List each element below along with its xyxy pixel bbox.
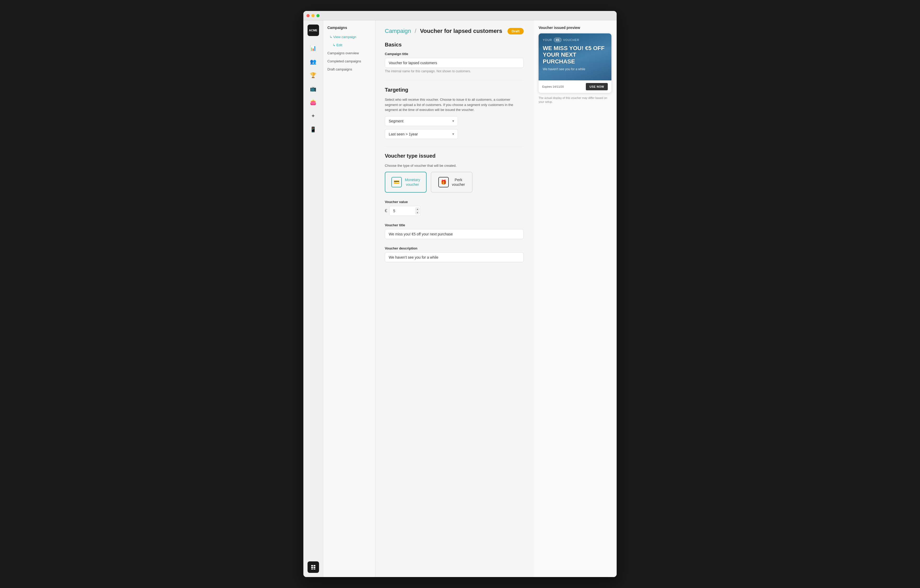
svg-rect-0	[311, 565, 313, 566]
campaign-title-input[interactable]	[385, 58, 524, 68]
filter-select[interactable]: Last seen > 1year Last seen > 6months La…	[385, 129, 458, 139]
icon-sidebar: ACME 📊 👥 🏆 📺 👛 ✦ 📱	[303, 20, 323, 577]
trophy-nav-icon[interactable]: 🏆	[308, 69, 319, 81]
voucher-value-spinners: ▲ ▼	[415, 207, 420, 214]
voucher-value-row: € ▲ ▼	[385, 206, 524, 216]
voucher-main-text: WE MISS YOU! €5 OFF YOUR NEXT PURCHASE	[543, 45, 607, 65]
tv-nav-icon[interactable]: 📺	[308, 83, 319, 94]
voucher-type-section: Voucher type issued Choose the type of v…	[385, 153, 524, 193]
basics-section: Basics Campaign title The internal name …	[385, 42, 524, 73]
title-bar	[303, 11, 617, 20]
voucher-preview-top: YOUR €5 VOUCHER WE MISS YOU! €5 OFF YOUR…	[539, 33, 611, 81]
voucher-description-input[interactable]	[385, 252, 524, 262]
sidebar-item-view-campaign[interactable]: ↳ View campaign	[323, 33, 375, 41]
breadcrumb-current: Voucher for lapsed customers	[420, 27, 502, 34]
voucher-type-options: 💳 Monetaryvoucher 🎁 Perkvoucher	[385, 172, 524, 192]
voucher-sub-text: We haven't see you for a while	[543, 67, 607, 71]
analytics-nav-icon[interactable]: 📊	[308, 42, 319, 54]
grid-nav-icon[interactable]	[308, 561, 319, 573]
svg-rect-4	[311, 569, 313, 569]
campaign-title-hint: The internal name for this campaign. Not…	[385, 69, 524, 73]
svg-rect-2	[311, 567, 313, 568]
breadcrumb-link[interactable]: Campaign	[385, 27, 411, 34]
campaign-title-label: Campaign title	[385, 52, 524, 56]
mobile-nav-icon[interactable]: 📱	[308, 124, 319, 135]
content-area: Campaign / Voucher for lapsed customers …	[376, 20, 617, 577]
voucher-type-label: VOUCHER	[563, 38, 579, 42]
monetary-voucher-card[interactable]: 💳 Monetaryvoucher	[385, 172, 427, 192]
voucher-title-label: Voucher title	[385, 223, 524, 227]
page-header: Campaign / Voucher for lapsed customers …	[385, 27, 524, 34]
close-button[interactable]	[306, 14, 309, 17]
voucher-preview-bottom: Expires 14/11/20 USE NOW	[539, 81, 611, 93]
main-content: Campaign / Voucher for lapsed customers …	[376, 20, 533, 577]
filter-select-wrapper: Last seen > 1year Last seen > 6months La…	[385, 129, 458, 139]
star-nav-icon[interactable]: ✦	[308, 110, 319, 122]
nav-section-title: Campaigns	[323, 26, 375, 33]
voucher-description-section: Voucher description	[385, 246, 524, 262]
sidebar-item-draft-campaigns[interactable]: Draft campaigns	[323, 65, 375, 73]
wallet-nav-icon[interactable]: 👛	[308, 97, 319, 108]
breadcrumb: Campaign / Voucher for lapsed customers	[385, 27, 502, 34]
monetary-voucher-icon: 💳	[391, 177, 402, 187]
monetary-voucher-label: Monetaryvoucher	[405, 178, 420, 187]
voucher-value-section: Voucher value € ▲ ▼	[385, 200, 524, 216]
sidebar-item-completed-campaigns[interactable]: Completed campaigns	[323, 57, 375, 65]
sidebar-item-edit[interactable]: ↳ Edit	[323, 41, 375, 49]
perk-voucher-icon: 🎁	[438, 177, 449, 187]
maximize-button[interactable]	[316, 14, 319, 17]
voucher-label-row: YOUR €5 VOUCHER	[543, 37, 607, 42]
targeting-section: Targeting Select who will receive this v…	[385, 87, 524, 139]
voucher-expires: Expires 14/11/20	[542, 85, 564, 88]
segment-select[interactable]: All customers Segment Upload list	[385, 116, 458, 126]
svg-rect-3	[314, 567, 315, 568]
preview-title: Voucher issued preview	[539, 26, 611, 30]
breadcrumb-separator: /	[415, 27, 416, 34]
draft-badge: Draft	[507, 28, 524, 34]
voucher-value-input-wrapper: ▲ ▼	[389, 206, 421, 216]
preview-panel: Voucher issued preview YOUR	[533, 20, 617, 577]
voucher-title-section: Voucher title	[385, 223, 524, 239]
voucher-your-label: YOUR	[543, 38, 552, 42]
voucher-amount-badge: €5	[554, 37, 562, 42]
preview-note: The actual display of this voucher may d…	[539, 96, 611, 104]
app-window: ACME 📊 👥 🏆 📺 👛 ✦ 📱	[303, 11, 617, 577]
voucher-title-input[interactable]	[385, 229, 524, 239]
perk-voucher-card[interactable]: 🎁 Perkvoucher	[431, 172, 473, 192]
section-divider-2	[385, 146, 524, 147]
voucher-value-label: Voucher value	[385, 200, 524, 204]
perk-voucher-label: Perkvoucher	[452, 178, 465, 187]
decrement-button[interactable]: ▼	[415, 211, 420, 214]
voucher-description-label: Voucher description	[385, 246, 524, 250]
use-now-button[interactable]: USE NOW	[586, 83, 608, 90]
nav-sidebar: Campaigns ↳ View campaign ↳ Edit Campaig…	[323, 20, 376, 577]
targeting-description: Select who will receive this voucher. Ch…	[385, 97, 524, 113]
voucher-type-description: Choose the type of voucher that will be …	[385, 163, 524, 168]
sidebar-item-campaigns-overview[interactable]: Campaigns overview	[323, 49, 375, 57]
logo: ACME	[308, 24, 319, 36]
voucher-preview: YOUR €5 VOUCHER WE MISS YOU! €5 OFF YOUR…	[539, 33, 611, 93]
currency-symbol: €	[385, 208, 387, 213]
basics-title: Basics	[385, 42, 524, 48]
segment-select-wrapper: All customers Segment Upload list ▼	[385, 116, 458, 126]
increment-button[interactable]: ▲	[415, 207, 420, 211]
voucher-type-title: Voucher type issued	[385, 153, 524, 159]
users-nav-icon[interactable]: 👥	[308, 56, 319, 67]
app-layout: ACME 📊 👥 🏆 📺 👛 ✦ 📱	[303, 20, 617, 577]
minimize-button[interactable]	[311, 14, 314, 17]
svg-rect-5	[314, 569, 315, 569]
svg-rect-1	[314, 565, 315, 566]
targeting-title: Targeting	[385, 87, 524, 93]
